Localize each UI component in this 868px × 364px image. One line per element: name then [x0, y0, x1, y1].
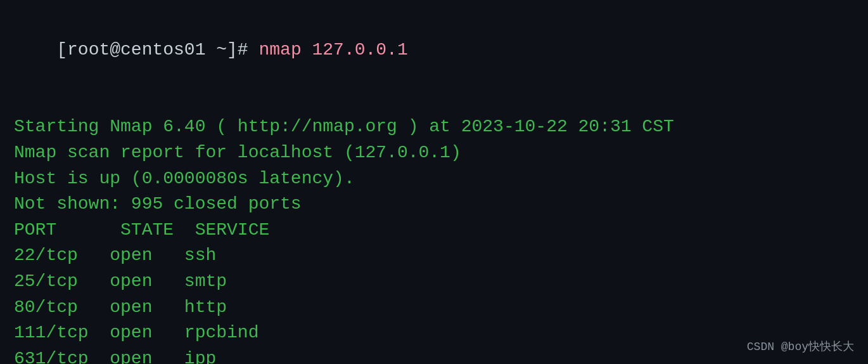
port-header-line: PORT STATE SERVICE	[14, 218, 854, 244]
host-up-line: Host is up (0.0000080s latency).	[14, 166, 854, 192]
port-631-line: 631/tcp open ipp	[14, 346, 854, 364]
command-line: [root@centos01 ~]# nmap 127.0.0.1	[14, 11, 854, 89]
command: nmap 127.0.0.1	[258, 40, 407, 60]
port-25-line: 25/tcp open smtp	[14, 269, 854, 295]
scan-report-line: Nmap scan report for localhost (127.0.0.…	[14, 140, 854, 166]
blank-line-1	[14, 89, 854, 115]
port-111-line: 111/tcp open rpcbind	[14, 320, 854, 346]
port-22-line: 22/tcp open ssh	[14, 243, 854, 269]
not-shown-line: Not shown: 995 closed ports	[14, 192, 854, 218]
watermark: CSDN @boy快快长大	[747, 339, 854, 355]
starting-line: Starting Nmap 6.40 ( http://nmap.org ) a…	[14, 114, 854, 140]
terminal-window: [root@centos01 ~]# nmap 127.0.0.1 Starti…	[0, 0, 868, 364]
port-80-line: 80/tcp open http	[14, 295, 854, 321]
prompt: [root@centos01 ~]#	[56, 40, 258, 60]
